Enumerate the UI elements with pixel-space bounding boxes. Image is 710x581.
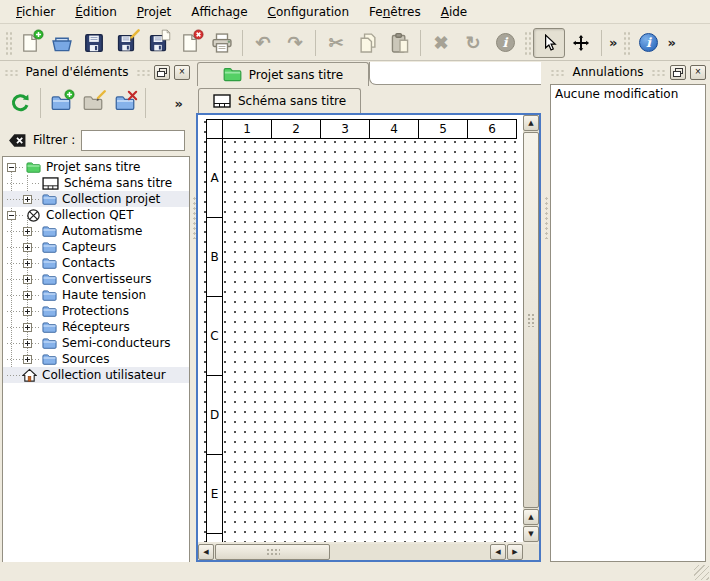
menu-configuration[interactable]: Configuration	[258, 2, 359, 22]
tree-item-haute-tension[interactable]: Haute tension	[3, 287, 189, 303]
tab-schema[interactable]: Schéma sans titre	[198, 88, 361, 113]
save-button[interactable]	[78, 28, 110, 58]
tree-item-label: Schéma sans titre	[64, 176, 172, 190]
toolbar-overflow-button[interactable]: »	[606, 35, 620, 50]
home-icon	[22, 368, 37, 383]
copy-button[interactable]	[352, 28, 384, 58]
scroll-right-button[interactable]: ▶	[507, 544, 523, 560]
restore-icon	[673, 68, 683, 77]
horizontal-scrollbar[interactable]: ◀ ◀ ▶	[198, 544, 523, 560]
tree-item-capteurs[interactable]: Capteurs	[3, 239, 189, 255]
tree-item-collection-projet[interactable]: Collection projet	[3, 191, 189, 207]
tree-item-automatisme[interactable]: Automatisme	[3, 223, 189, 239]
schema-view: 1 2 3 4 5 6 A B C D E ▲ ▲ ▼ ◀	[196, 113, 541, 562]
expand-expander-icon[interactable]	[23, 227, 32, 236]
reload-collections-button[interactable]	[4, 88, 36, 118]
delete-button[interactable]: ✖	[425, 28, 457, 58]
undo-button[interactable]: ↶	[247, 28, 279, 58]
float-dock-button[interactable]	[670, 65, 686, 80]
element-info-button[interactable]: i	[489, 28, 521, 58]
scroll-down-button[interactable]: ▼	[523, 526, 539, 542]
resize-grip-icon[interactable]	[694, 565, 709, 580]
tree-item-label: Collection projet	[62, 192, 160, 206]
menu-affichage[interactable]: Affichage	[181, 2, 257, 22]
dock-gripper	[136, 68, 150, 76]
blue-folder-icon	[42, 240, 57, 255]
open-folder-icon	[51, 32, 73, 54]
close-dock-button[interactable]: ×	[690, 65, 706, 80]
expand-expander-icon[interactable]	[23, 339, 32, 348]
collapse-expander-icon[interactable]	[7, 211, 16, 220]
clear-filter-icon[interactable]	[8, 133, 27, 148]
horizontal-scrollbar-thumb[interactable]	[215, 544, 330, 560]
tab-project[interactable]: Projet sans titre	[197, 62, 369, 86]
blue-folder-icon	[42, 192, 57, 207]
close-file-button[interactable]	[174, 28, 206, 58]
tree-item-sources[interactable]: Sources	[3, 351, 189, 367]
print-button[interactable]	[206, 28, 238, 58]
new-document-button[interactable]	[14, 28, 46, 58]
tree-item-project[interactable]: Projet sans titre	[3, 159, 189, 175]
new-category-button[interactable]	[45, 88, 77, 118]
menu-edition[interactable]: Édition	[65, 2, 127, 22]
expand-expander-icon[interactable]	[23, 195, 32, 204]
pencil-icon	[92, 89, 107, 104]
elements-panel-titlebar[interactable]: Panel d'éléments ×	[2, 62, 192, 82]
panel-overflow-button[interactable]: »	[172, 96, 186, 111]
expand-expander-icon[interactable]	[23, 243, 32, 252]
schema-canvas[interactable]: 1 2 3 4 5 6 A B C D E	[198, 115, 523, 542]
scroll-left-button[interactable]: ◀	[490, 544, 506, 560]
tree-item-schema[interactable]: Schéma sans titre	[3, 175, 189, 191]
collapse-expander-icon[interactable]	[7, 163, 16, 172]
tree-item-semi-conducteurs[interactable]: Semi-conducteurs	[3, 335, 189, 351]
close-dock-button[interactable]: ×	[174, 65, 190, 80]
toolbar-separator	[315, 30, 316, 56]
filter-input[interactable]	[81, 130, 185, 151]
expand-expander-icon[interactable]	[23, 307, 32, 316]
expand-expander-icon[interactable]	[23, 275, 32, 284]
scroll-left-button[interactable]: ◀	[198, 544, 214, 560]
vertical-scrollbar[interactable]: ▲ ▲ ▼	[523, 115, 539, 542]
tree-item-contacts[interactable]: Contacts	[3, 255, 189, 271]
copy-icon	[357, 32, 379, 54]
delete-category-button[interactable]	[109, 88, 141, 118]
expand-expander-icon[interactable]	[23, 323, 32, 332]
toolbar-handle[interactable]	[523, 30, 531, 56]
blue-folder-icon	[42, 320, 57, 335]
tree-item-label: Convertisseurs	[62, 272, 151, 286]
expand-expander-icon[interactable]	[23, 291, 32, 300]
float-dock-button[interactable]	[154, 65, 170, 80]
open-button[interactable]	[46, 28, 78, 58]
tree-item-convertisseurs[interactable]: Convertisseurs	[3, 271, 189, 287]
menu-projet[interactable]: Projet	[127, 2, 181, 22]
menu-fenetres[interactable]: Fenêtres	[359, 2, 431, 22]
undo-panel-titlebar[interactable]: Annulations ×	[548, 62, 708, 82]
menu-fichier[interactable]: Fichier	[6, 2, 65, 22]
selection-mode-button[interactable]	[533, 28, 565, 58]
tree-item-recepteurs[interactable]: Récepteurs	[3, 319, 189, 335]
menu-aide[interactable]: Aide	[431, 2, 478, 22]
tree-item-collection-qet[interactable]: Collection QET	[3, 207, 189, 223]
scroll-up-button[interactable]: ▲	[523, 509, 539, 525]
toolbar-overflow-button[interactable]: »	[664, 35, 678, 50]
tree-item-collection-utilisateur[interactable]: Collection utilisateur	[3, 367, 189, 383]
toolbar-handle[interactable]	[4, 30, 12, 56]
vertical-scrollbar-thumb[interactable]	[523, 132, 539, 508]
paste-button[interactable]	[384, 28, 416, 58]
pan-mode-button[interactable]	[565, 28, 597, 58]
undo-list-item[interactable]: Aucune modification	[551, 85, 705, 103]
cut-button[interactable]: ✂	[320, 28, 352, 58]
about-info-button[interactable]: i	[632, 28, 664, 58]
mdi-area: Projet sans titre Schéma sans titre 1 2 …	[196, 62, 545, 562]
save-all-button[interactable]	[142, 28, 174, 58]
toolbar-handle[interactable]	[622, 30, 630, 56]
tree-item-protections[interactable]: Protections	[3, 303, 189, 319]
move-arrows-icon	[572, 34, 590, 52]
scroll-up-button[interactable]: ▲	[523, 115, 539, 131]
expand-expander-icon[interactable]	[23, 355, 32, 364]
redo-button[interactable]: ↷	[279, 28, 311, 58]
expand-expander-icon[interactable]	[23, 259, 32, 268]
save-as-button[interactable]	[110, 28, 142, 58]
rotate-button[interactable]: ↻	[457, 28, 489, 58]
edit-category-button[interactable]	[77, 88, 109, 118]
